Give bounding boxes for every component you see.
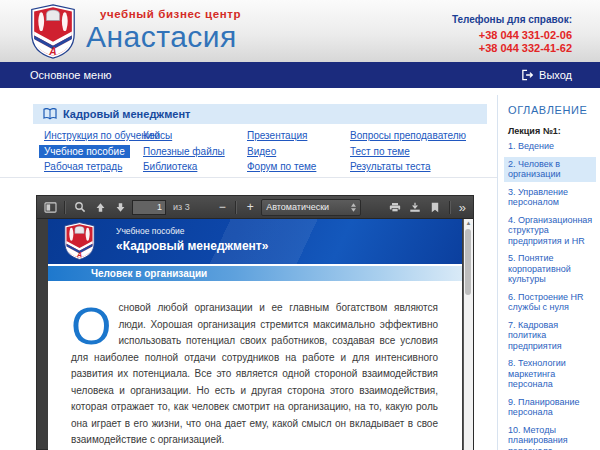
toc-lecture-label: Лекция №1: [508, 126, 600, 136]
logout-button[interactable]: Выход [521, 62, 572, 88]
logout-icon [521, 69, 534, 81]
book-icon [43, 108, 57, 120]
page-number-input[interactable] [132, 200, 166, 215]
pdf-toolbar: из 3 − + Автоматически » [37, 196, 473, 219]
print-icon[interactable] [387, 199, 403, 215]
link-video[interactable]: Видео [247, 146, 276, 157]
brand-name: Анастасия [86, 22, 241, 52]
link-questions[interactable]: Вопросы преподавателю [350, 130, 466, 141]
link-cases[interactable]: Кейсы [143, 130, 172, 141]
document-subtitle: Учебное пособие [116, 227, 268, 236]
toc-item-6[interactable]: 6. Построение HR службы с нуля [504, 290, 596, 315]
toolbar-separator [64, 201, 66, 214]
toc-item-3[interactable]: 3. Управление персоналом [504, 185, 596, 210]
pdf-scrollbar[interactable]: ▲ [463, 219, 473, 450]
link-forum[interactable]: Форум по теме [247, 161, 316, 172]
page-count-label: из 3 [173, 202, 190, 212]
zoom-mode-select[interactable]: Автоматически [261, 199, 361, 216]
brand-block: учебный бизнес центр Анастасия [86, 9, 241, 52]
document-header-band: Учебное пособие «Кадровый менеджмент» [48, 219, 462, 264]
link-textbook-active[interactable]: Учебное пособие [39, 145, 130, 158]
download-icon[interactable] [407, 199, 423, 215]
anastasia-crest-logo [27, 4, 79, 59]
more-tools-button[interactable]: » [457, 200, 468, 215]
page-down-icon[interactable] [112, 199, 128, 215]
brand-tagline: учебный бизнес центр [100, 9, 241, 21]
zoom-mode-value: Автоматически [266, 202, 329, 212]
contact-phones: Телефоны для справок: +38 044 331-02-06 … [452, 13, 572, 55]
pdf-viewer: из 3 − + Автоматически » [36, 195, 474, 450]
toc-item-4[interactable]: 4. Организационная структура предприятия… [504, 213, 596, 249]
toc-heading: ОГЛАВЛЕНИЕ [508, 104, 600, 116]
course-title: Кадровый менеджмент [63, 108, 190, 120]
toc-item-10[interactable]: 10. Методы планирования персонала [504, 423, 596, 450]
main-navbar: Основное меню Выход [0, 62, 600, 88]
toc-item-7[interactable]: 7. Кадровая политика предприятия [504, 318, 596, 354]
links-column-4: Вопросы преподавателю Тест по теме Резул… [350, 128, 466, 175]
link-library[interactable]: Библиотека [143, 161, 197, 172]
toc-item-9[interactable]: 9. Планирование персонала [504, 395, 596, 420]
toc-sidebar: ОГЛАВЛЕНИЕ Лекция №1: 1. Ведение 2. Чело… [497, 95, 600, 450]
links-column-3: Презентация Видео Форум по теме [247, 128, 316, 175]
logout-label: Выход [539, 62, 572, 88]
link-presentation[interactable]: Презентация [247, 130, 307, 141]
links-column-2: Кейсы Полезные файлы Библиотека [143, 128, 225, 175]
page-up-icon[interactable] [92, 199, 108, 215]
pdf-canvas: Учебное пособие «Кадровый менеджмент» Че… [37, 219, 473, 450]
document-titles: Учебное пособие «Кадровый менеджмент» [116, 227, 268, 252]
course-header-bar: Кадровый менеджмент [33, 104, 487, 124]
toc-item-2-active[interactable]: 2. Человек в организации [504, 157, 596, 182]
site-header: учебный бизнес центр Анастасия Телефоны … [0, 0, 600, 63]
select-arrows-icon [351, 203, 356, 212]
document-title: «Кадровый менеджмент» [116, 240, 268, 252]
link-workbook[interactable]: Рабочая тетрадь [44, 161, 122, 172]
dropcap-letter: О [71, 304, 111, 348]
document-paragraph: сновой любой организации и ее главным бо… [71, 302, 438, 445]
toc-item-8[interactable]: 8. Технологии маркетинга персонала [504, 356, 596, 392]
scrollbar-thumb[interactable] [465, 229, 471, 295]
zoom-in-button[interactable]: + [243, 200, 257, 214]
phone-number: +38 044 331-02-06 [452, 29, 572, 42]
pdf-page: Учебное пособие «Кадровый менеджмент» Че… [48, 219, 462, 450]
toc-item-5[interactable]: 5. Понятие корпоративной культуры [504, 251, 596, 287]
content-divider [0, 177, 497, 178]
bookmark-icon[interactable] [427, 199, 443, 215]
zoom-out-button[interactable]: − [215, 200, 229, 214]
link-test[interactable]: Тест по теме [350, 146, 410, 157]
link-useful-files[interactable]: Полезные файлы [143, 146, 225, 157]
phone-number: +38 044 332-41-62 [452, 42, 572, 55]
chapter-heading: Человек в организации [48, 264, 462, 281]
find-icon[interactable] [72, 199, 88, 215]
toc-item-1[interactable]: 1. Ведение [504, 139, 596, 154]
document-body: Основой любой организации и ее главным б… [48, 281, 462, 449]
main-menu-link[interactable]: Основное меню [30, 62, 111, 88]
sidebar-toggle-icon[interactable] [42, 199, 58, 215]
toolbar-separator [235, 201, 237, 214]
toolbar-separator [449, 201, 451, 214]
document-crest-logo [63, 222, 96, 260]
link-test-results[interactable]: Результаты теста [350, 161, 431, 172]
phones-label: Телефоны для справок: [452, 13, 572, 26]
portal-page: учебный бизнес центр Анастасия Телефоны … [0, 0, 600, 450]
scroll-up-arrow[interactable]: ▲ [464, 219, 473, 227]
